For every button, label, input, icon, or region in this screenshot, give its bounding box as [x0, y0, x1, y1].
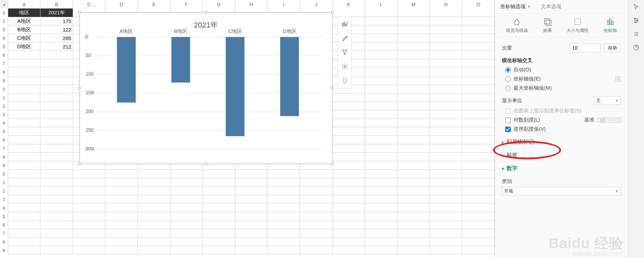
cell[interactable] [138, 212, 170, 221]
resize-handle[interactable] [204, 162, 207, 165]
cell[interactable] [170, 246, 203, 255]
cell[interactable] [73, 178, 105, 187]
cell[interactable] [235, 204, 268, 212]
row-header[interactable]: 7 [0, 144, 8, 153]
cell[interactable] [462, 204, 494, 212]
cell[interactable] [73, 212, 105, 221]
cell[interactable] [430, 25, 462, 34]
labels-expand[interactable]: ▸标签 [502, 152, 621, 159]
cell[interactable] [333, 102, 365, 110]
cell[interactable] [333, 110, 365, 119]
cell[interactable] [365, 59, 397, 68]
cell[interactable] [8, 161, 40, 170]
cell[interactable] [365, 8, 397, 17]
properties-tool[interactable] [628, 14, 644, 27]
cell[interactable] [8, 178, 40, 187]
cell[interactable] [300, 178, 332, 187]
cell[interactable] [430, 51, 462, 59]
cell[interactable] [430, 204, 462, 212]
cell[interactable] [235, 229, 268, 238]
cell[interactable] [333, 195, 365, 204]
cell[interactable] [40, 102, 73, 110]
cell[interactable] [430, 221, 462, 229]
select-all-corner[interactable] [0, 0, 8, 8]
cell[interactable] [397, 76, 430, 85]
cell[interactable] [235, 178, 268, 187]
cell[interactable] [462, 119, 494, 127]
cell[interactable] [462, 144, 494, 153]
cell[interactable] [397, 221, 430, 229]
cell[interactable] [73, 221, 105, 229]
chart-styles-button[interactable] [338, 31, 352, 45]
cell[interactable] [462, 76, 494, 85]
cell[interactable] [397, 34, 430, 42]
cell[interactable] [203, 229, 235, 238]
cell[interactable] [462, 42, 494, 51]
chart-object[interactable]: 2021年 050100150200250300A地区B地区C地区D地区 [79, 12, 333, 164]
cell[interactable] [333, 229, 365, 238]
cell[interactable] [430, 153, 462, 161]
cell[interactable] [300, 238, 332, 246]
cell[interactable] [105, 238, 138, 246]
cell[interactable] [430, 119, 462, 127]
cell[interactable] [73, 229, 105, 238]
cell[interactable]: 122 [40, 25, 73, 34]
cell[interactable] [40, 246, 73, 255]
cell[interactable]: 265 [40, 34, 73, 42]
settings-tool[interactable] [628, 27, 644, 41]
cell[interactable] [462, 25, 494, 34]
cell[interactable] [430, 34, 462, 42]
resize-handle[interactable] [204, 11, 207, 14]
col-header[interactable]: L [365, 0, 397, 8]
cell[interactable] [40, 212, 73, 221]
cell[interactable] [73, 170, 105, 178]
cell[interactable] [365, 25, 397, 34]
cell[interactable] [138, 238, 170, 246]
cell[interactable] [365, 238, 397, 246]
cell[interactable] [40, 229, 73, 238]
cell[interactable] [203, 204, 235, 212]
cell[interactable] [365, 161, 397, 170]
cell[interactable] [462, 68, 494, 76]
cell[interactable] [73, 187, 105, 195]
cell[interactable] [462, 59, 494, 68]
cell[interactable] [138, 204, 170, 212]
row-header[interactable]: 8 [0, 153, 8, 161]
cell[interactable] [365, 246, 397, 255]
cell[interactable] [430, 229, 462, 238]
cell[interactable] [365, 178, 397, 187]
cell[interactable] [333, 144, 365, 153]
cell[interactable] [365, 187, 397, 195]
cell[interactable] [462, 246, 494, 255]
cell[interactable] [397, 229, 430, 238]
cross-auto-radio[interactable]: 自动(O) [505, 67, 621, 73]
cell[interactable] [397, 17, 430, 25]
cell[interactable] [397, 102, 430, 110]
cell[interactable] [40, 51, 73, 59]
row-header[interactable]: 3 [0, 25, 8, 34]
cell[interactable] [235, 238, 268, 246]
cell[interactable] [430, 68, 462, 76]
col-header[interactable]: N [430, 0, 462, 8]
cell[interactable] [462, 17, 494, 25]
cell[interactable] [365, 68, 397, 76]
chart-bar[interactable] [280, 37, 299, 116]
cell[interactable] [138, 187, 170, 195]
cell[interactable] [268, 221, 300, 229]
cell[interactable]: 175 [40, 17, 73, 25]
resize-handle[interactable] [78, 11, 81, 14]
cell[interactable] [333, 204, 365, 212]
cell[interactable] [397, 8, 430, 17]
cell[interactable] [8, 144, 40, 153]
cell[interactable] [40, 170, 73, 178]
size-props-tab[interactable]: 大小与属性 [566, 17, 589, 34]
cell[interactable] [397, 68, 430, 76]
reverse-values-check[interactable]: 逆序刻度值(V) [505, 126, 621, 132]
chart-bar[interactable] [171, 37, 190, 82]
cell[interactable] [203, 246, 235, 255]
minor-auto-button[interactable]: 自动 [604, 43, 621, 52]
cell[interactable] [8, 153, 40, 161]
cell[interactable] [268, 204, 300, 212]
cell[interactable] [462, 127, 494, 136]
chart-bar[interactable] [117, 37, 136, 103]
